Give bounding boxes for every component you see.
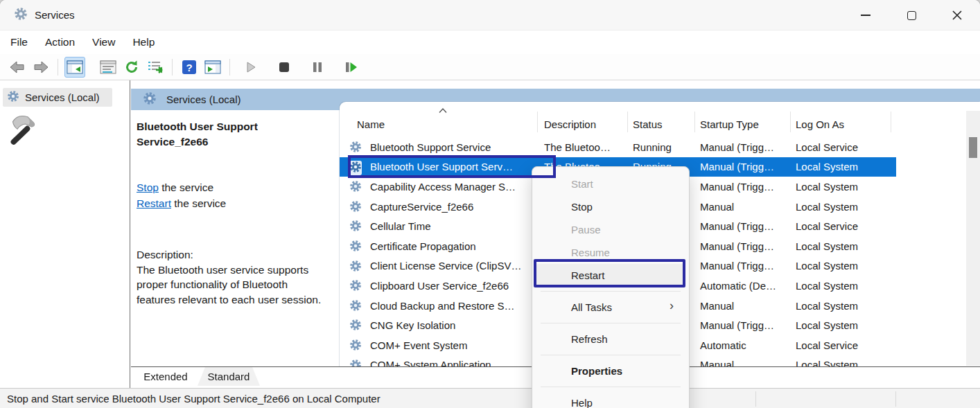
- minimize-button[interactable]: [843, 0, 889, 30]
- column-header-status[interactable]: Status: [633, 118, 663, 130]
- menubar: File Action View Help: [0, 30, 980, 54]
- back-icon: [9, 60, 26, 75]
- pause-service-button[interactable]: [307, 57, 328, 78]
- maximize-button[interactable]: [889, 0, 934, 30]
- forward-button[interactable]: [30, 57, 51, 78]
- menu-separator: [541, 291, 681, 292]
- menu-help[interactable]: Help: [132, 36, 155, 48]
- stop-service-line: Stop the service: [137, 179, 334, 195]
- service-gear-icon: [349, 161, 362, 175]
- service-gear-icon: [349, 200, 362, 215]
- maximize-icon: [907, 11, 916, 20]
- menu-view[interactable]: View: [92, 36, 115, 48]
- stop-service-link[interactable]: Stop: [137, 181, 159, 193]
- services-window: Services File Action View Help: [0, 0, 980, 408]
- help-button[interactable]: ?: [179, 57, 200, 78]
- restart-service-link[interactable]: Restart: [137, 197, 171, 209]
- show-console-tree-button[interactable]: [64, 57, 85, 78]
- menu-separator: [541, 387, 681, 387]
- properties-icon: [100, 60, 116, 74]
- context-menu-pause[interactable]: Pause: [532, 218, 689, 241]
- services-node-icon: [7, 90, 19, 105]
- forward-icon: [33, 60, 49, 75]
- menu-separator: [541, 355, 681, 355]
- menu-action[interactable]: Action: [45, 36, 75, 48]
- menu-separator: [541, 323, 681, 323]
- service-detail-pane: Bluetooth User Support Service_f2e66 Sto…: [131, 110, 340, 367]
- services-header-icon: [143, 91, 157, 107]
- close-icon: [952, 10, 962, 20]
- titlebar: Services: [0, 0, 980, 30]
- console-tree-icon: [67, 60, 83, 74]
- window-title: Services: [35, 9, 75, 21]
- service-description: Description: The Bluetooth user service …: [137, 247, 334, 307]
- column-header-log-on-as[interactable]: Log On As: [796, 118, 844, 130]
- context-menu-restart[interactable]: Restart: [536, 264, 685, 287]
- scrollbar-thumb[interactable]: [969, 137, 977, 158]
- context-menu-refresh[interactable]: Refresh: [532, 328, 689, 351]
- column-header-description[interactable]: Description: [544, 118, 596, 130]
- toolbar: ?: [0, 54, 980, 80]
- context-menu-resume[interactable]: Resume: [532, 241, 689, 264]
- context-menu-stop[interactable]: Stop: [532, 195, 689, 218]
- pause-icon: [311, 61, 324, 73]
- start-service-button[interactable]: [240, 57, 261, 78]
- selected-service-title: Bluetooth User Support Service_f2e66: [137, 119, 334, 150]
- back-button[interactable]: [7, 57, 28, 78]
- refresh-icon: [124, 60, 139, 75]
- refresh-button[interactable]: [121, 57, 142, 78]
- tab-standard[interactable]: Standard: [198, 367, 260, 386]
- play-icon: [245, 61, 257, 73]
- properties-button[interactable]: [98, 57, 119, 78]
- context-menu-start[interactable]: Start: [532, 172, 689, 195]
- services-app-icon: [14, 7, 28, 24]
- service-gear-icon: [349, 279, 362, 294]
- service-gear-icon: [349, 339, 362, 353]
- stop-icon: [278, 61, 290, 73]
- show-action-pane-button[interactable]: [202, 57, 223, 78]
- svg-text:?: ?: [186, 61, 192, 73]
- services-header-label: Services (Local): [166, 94, 241, 105]
- tab-extended[interactable]: Extended: [134, 367, 197, 386]
- status-text: Stop and Start service Bluetooth User Su…: [7, 393, 380, 405]
- column-header-name[interactable]: Name: [357, 118, 385, 130]
- close-button[interactable]: [934, 0, 980, 30]
- restart-service-button[interactable]: [340, 57, 361, 78]
- action-pane-icon: [204, 60, 221, 74]
- minimize-icon: [861, 15, 870, 16]
- help-icon: ?: [182, 60, 197, 75]
- export-list-button[interactable]: [145, 57, 166, 78]
- service-gear-icon: [349, 240, 362, 254]
- service-context-menu: Start Stop Pause Resume Restart All Task…: [532, 166, 690, 408]
- service-gear-icon: [349, 220, 362, 234]
- service-row[interactable]: Bluetooth Support Service The Bluetoo… R…: [340, 137, 896, 157]
- restart-icon: [344, 61, 358, 73]
- export-list-icon: [147, 60, 164, 74]
- tree-item-services-local[interactable]: Services (Local): [3, 88, 112, 107]
- service-gear-icon: [349, 180, 362, 195]
- service-gear-icon: [349, 319, 362, 333]
- context-menu-all-tasks[interactable]: All Tasks ›: [532, 296, 689, 319]
- stop-service-button[interactable]: [274, 57, 295, 78]
- column-headers: Name Description Status Startup Type Log…: [340, 102, 896, 137]
- column-header-startup-type[interactable]: Startup Type: [700, 118, 759, 130]
- sort-ascending-icon: [438, 107, 448, 114]
- service-gear-icon: [349, 141, 362, 155]
- restart-service-line: Restart the service: [137, 195, 334, 211]
- context-menu-properties[interactable]: Properties: [532, 360, 689, 382]
- submenu-chevron-icon: ›: [670, 299, 674, 313]
- console-tree-pane: Services (Local): [0, 80, 130, 388]
- menu-file[interactable]: File: [10, 36, 28, 48]
- context-menu-help[interactable]: Help: [532, 391, 689, 408]
- statusbar: Stop and Start service Bluetooth User Su…: [0, 388, 980, 408]
- service-gear-icon: [349, 260, 362, 274]
- tree-item-label: Services (Local): [25, 91, 100, 103]
- service-gear-icon: [349, 299, 362, 314]
- vertical-scrollbar[interactable]: [966, 111, 980, 366]
- hammer-graphic: [6, 111, 37, 154]
